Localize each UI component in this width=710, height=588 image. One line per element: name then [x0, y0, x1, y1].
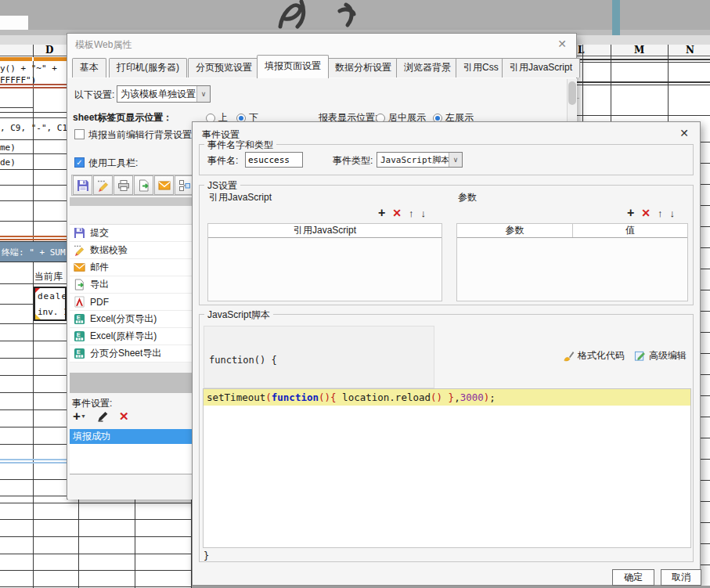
move-up-icon[interactable]: ↑: [409, 207, 414, 219]
grid-line: [135, 500, 135, 588]
row-bg-checkbox[interactable]: [74, 129, 85, 139]
ref-js-table[interactable]: 引用JavaScript: [207, 223, 442, 301]
brush-icon: [563, 350, 575, 362]
list-item-label: 数据校验: [90, 243, 128, 257]
column-header-m[interactable]: M: [634, 45, 644, 56]
grid-line: [582, 45, 583, 121]
cell-text[interactable]: me): [0, 142, 31, 153]
ref-js-table-header: 引用JavaScript: [208, 224, 441, 237]
remove-icon[interactable]: ✕: [641, 207, 651, 219]
mail-button[interactable]: [154, 175, 174, 195]
event-buttons: +▼ ✕: [73, 410, 128, 423]
chevron-down-icon[interactable]: ∨: [196, 86, 210, 102]
export-button[interactable]: [134, 175, 153, 195]
list-item[interactable]: E Excel(分页导出): [70, 311, 193, 328]
excel-icon: E: [74, 330, 85, 342]
list-item[interactable]: 邮件: [70, 259, 193, 276]
event-type-select[interactable]: JavaScript脚本 ∨: [377, 152, 463, 168]
add-event-button[interactable]: +▼: [73, 410, 86, 423]
cancel-button[interactable]: 取消: [661, 569, 701, 586]
move-down-icon[interactable]: ↓: [421, 207, 427, 219]
mail-icon: [158, 179, 171, 192]
scope-select[interactable]: 为该模板单独设置 ∨: [117, 85, 211, 103]
event-list-item-selected[interactable]: 填报成功: [70, 429, 193, 444]
export-icon: [138, 179, 150, 192]
close-icon[interactable]: ✕: [557, 38, 567, 50]
grid-line: [0, 586, 192, 587]
terminal-formula-cell[interactable]: 终端: " + SUM: [0, 241, 67, 262]
tab-ref-javascript[interactable]: 引用JavaScript: [502, 58, 580, 78]
save-button[interactable]: [73, 175, 92, 195]
grid-line: [0, 392, 67, 393]
tab-fill-page[interactable]: 填报页面设置: [257, 55, 329, 78]
grid-line: [0, 304, 34, 305]
column-header-l[interactable]: L: [578, 45, 584, 56]
toolbar-checkbox[interactable]: ✓: [74, 157, 85, 168]
toolbar-label: 使用工具栏:: [88, 157, 138, 170]
list-item[interactable]: 数据校验: [70, 242, 193, 259]
border-line: [0, 239, 67, 240]
list-item[interactable]: 提交: [70, 225, 193, 242]
tab-ref-css[interactable]: 引用Css: [456, 58, 506, 78]
params-col-header: 参数: [457, 224, 573, 237]
remove-icon[interactable]: ✕: [392, 207, 402, 219]
js-settings-group: JS设置 引用JavaScript + ✕ ↑ ↓ 引用JavaScript 参…: [199, 185, 694, 305]
list-item[interactable]: E 分页分Sheet导出: [70, 345, 193, 363]
grid-line: [0, 444, 67, 445]
print-button[interactable]: [114, 175, 133, 195]
validate-icon: [97, 179, 110, 192]
format-code-button[interactable]: 格式化代码: [563, 349, 625, 363]
tab-page-preview[interactable]: 分页预览设置: [188, 58, 260, 78]
excel-icon: E: [74, 313, 85, 325]
grid-line: [0, 169, 67, 170]
cell-formula[interactable]: , C9, "-", C10: [0, 123, 67, 133]
list-item[interactable]: 导出: [70, 276, 193, 294]
cell-text[interactable]: de): [0, 157, 31, 168]
grid-line: [668, 45, 669, 121]
svg-text:E: E: [77, 314, 81, 321]
grid-line: [0, 107, 33, 108]
tab-printer[interactable]: 打印机(服务器): [109, 58, 187, 78]
tab-data-analysis[interactable]: 数据分析设置: [327, 58, 399, 78]
validate-icon: [74, 244, 85, 256]
move-up-icon[interactable]: ↑: [658, 207, 663, 219]
dialog-title: 模板Web属性: [75, 38, 132, 52]
advanced-edit-button[interactable]: 高级编辑: [634, 349, 687, 363]
toolbar-strip: [70, 197, 193, 206]
chevron-down-icon[interactable]: ∨: [449, 153, 462, 167]
code-line[interactable]: setTimeout(function(){ location.reload()…: [204, 389, 690, 406]
column-header-d[interactable]: D: [45, 45, 53, 56]
close-icon[interactable]: ✕: [679, 127, 689, 139]
closing-brace: }: [204, 550, 209, 561]
scrollbar-thumb[interactable]: [568, 81, 576, 105]
delete-event-button[interactable]: ✕: [119, 410, 129, 423]
scope-label: 以下设置:: [74, 88, 114, 102]
dealer-cell[interactable]: deale inv. 1: [34, 287, 67, 321]
event-name-input[interactable]: [245, 152, 303, 168]
code-editor[interactable]: setTimeout(function(){ location.reload()…: [203, 388, 691, 548]
scroll-indicator[interactable]: [612, 0, 620, 35]
screen: D L M N y() + "~" + FFFFF") , C9, "-", C…: [0, 0, 710, 588]
editor-actions: 格式化代码 高级编辑: [563, 349, 687, 363]
grid-line: [577, 81, 710, 83]
params-table[interactable]: 参数 值: [456, 223, 688, 301]
tab-browser-background[interactable]: 浏览器背景: [396, 58, 459, 78]
add-icon[interactable]: +: [627, 206, 634, 220]
ok-button[interactable]: 确定: [612, 569, 654, 586]
tab-basic[interactable]: 基本: [72, 58, 106, 78]
cell-formula[interactable]: y() + "~" +: [0, 63, 67, 74]
list-item[interactable]: PDF: [70, 294, 193, 311]
edit-event-button[interactable]: [96, 410, 109, 423]
column-header-n[interactable]: N: [686, 45, 694, 56]
svg-text:E: E: [77, 331, 81, 338]
group-label: 事件名字和类型: [204, 139, 276, 152]
move-down-icon[interactable]: ↓: [670, 207, 676, 219]
cell-text[interactable]: 当前库: [34, 270, 63, 283]
add-icon[interactable]: +: [378, 206, 385, 220]
grid-line: [0, 479, 67, 480]
list-item[interactable]: E Excel(原样导出): [70, 328, 193, 345]
group-label: JavaScript脚本: [204, 308, 273, 322]
event-list[interactable]: [70, 444, 193, 474]
name-type-group: 事件名字和类型 事件名: 事件类型: JavaScript脚本 ∨: [199, 144, 694, 175]
validate-button[interactable]: [93, 175, 113, 195]
